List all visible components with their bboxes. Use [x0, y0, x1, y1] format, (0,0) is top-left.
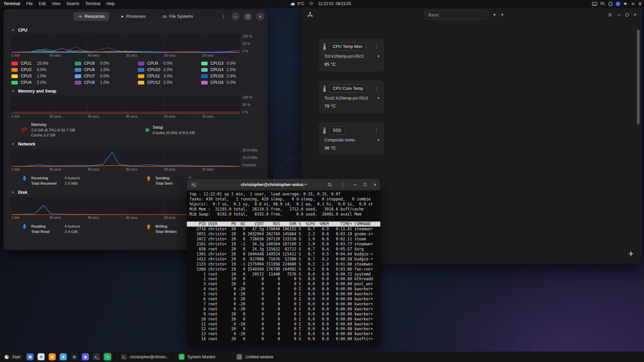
- y-axis-label: 0 %: [243, 50, 260, 53]
- memory-section-header[interactable]: ▼ Memory and Swap: [11, 88, 260, 94]
- y-axis-label: 0 %: [243, 111, 260, 114]
- menu-kebab-button[interactable]: ⋮: [220, 14, 227, 19]
- network-chart-y-axis: 20.0 KiB/s 10.0 KiB/s 0 bytes/s: [240, 149, 260, 167]
- minimize-button[interactable]: –: [618, 12, 621, 18]
- search-icon[interactable]: [327, 182, 332, 187]
- menu-item[interactable]: Terminal: [82, 0, 103, 7]
- sensor-card-title[interactable]: CPU Core Temp: [329, 84, 367, 93]
- card-menu-button[interactable]: ⋮: [373, 44, 380, 49]
- sensor-card[interactable]: SSD ⋮ Composite nvme- ▼ 36 °C: [319, 123, 384, 155]
- cpu-legend-item[interactable]: CPU14 2.0%: [201, 67, 260, 72]
- network-chart: [11, 149, 240, 167]
- firefox-launcher-icon[interactable]: ◉: [49, 353, 56, 360]
- clock[interactable]: 12:22:02 08/11/25: [318, 1, 351, 6]
- panel-overflow-icon[interactable]: ≣: [638, 2, 642, 6]
- sensor-source-selector[interactable]: Composite nvme- ▼: [323, 138, 380, 142]
- close-button[interactable]: ×: [256, 12, 264, 20]
- taskbar-window-button[interactable]: >_ christopher@christo...: [116, 352, 174, 362]
- discord-tray-icon[interactable]: [616, 2, 620, 6]
- cpu-legend-item[interactable]: CPU4 2.0%: [11, 80, 70, 85]
- cpu-legend-item[interactable]: CPU16 0.0%: [201, 80, 260, 85]
- menu-kebab-button[interactable]: ⋮: [339, 182, 346, 187]
- cpu-legend-item[interactable]: CPU12 2.0%: [138, 80, 197, 85]
- cpu-usage-value: 0.0%: [227, 80, 236, 85]
- cpu-section: ▼ CPU 100 % 50 % 0 % 1 min50 secs40 secs…: [11, 27, 260, 85]
- steam-tray-icon[interactable]: [608, 2, 613, 6]
- sensor-card[interactable]: CPU Temp Mon ⋮ Tctl k10temp-pci-00c3 ▼ 8…: [319, 39, 384, 71]
- files-launcher-icon[interactable]: ▦: [26, 353, 34, 360]
- taskbar-window-button[interactable]: ≈ System Monitor: [174, 352, 232, 362]
- maximize-button[interactable]: [626, 13, 629, 16]
- cpu-legend-item[interactable]: CPU3 1.0%: [11, 74, 70, 78]
- terminal-launcher-icon[interactable]: >_: [93, 353, 100, 360]
- discord-launcher-icon[interactable]: ◉: [82, 353, 89, 360]
- tab-file-systems[interactable]: File Systems: [158, 12, 198, 21]
- card-menu-button[interactable]: ⋮: [373, 128, 380, 133]
- sensor-card-title[interactable]: CPU Temp Mon: [329, 43, 366, 51]
- minimize-button[interactable]: –: [231, 12, 239, 20]
- volume-icon[interactable]: [623, 1, 628, 6]
- profile-input[interactable]: Basic: [425, 10, 488, 19]
- scrollbar-thumb[interactable]: [637, 30, 640, 124]
- weather-indicator[interactable]: 5°C: [290, 1, 304, 6]
- cpu-legend-item[interactable]: CPU1 15.0%: [11, 61, 70, 66]
- cpu-color-swatch: [75, 68, 81, 72]
- system-monitor-headerbar: Resources ▶ Processes File Systems ⋮ –: [3, 9, 268, 24]
- cpu-legend-item[interactable]: CPU6 1.0%: [75, 67, 133, 72]
- sensor-source-selector[interactable]: Tccd1 k10temp-pci-00c3 ▼: [323, 96, 380, 101]
- cpu-legend-item[interactable]: CPU15 2.9%: [201, 74, 260, 78]
- menu-item[interactable]: Edit: [36, 0, 49, 7]
- download-arrow-icon: [21, 224, 28, 230]
- menu-item[interactable]: File: [23, 0, 36, 7]
- menu-item[interactable]: Terminal: [1, 0, 23, 7]
- cpu-legend-item[interactable]: CPU9 0.0%: [138, 61, 197, 66]
- cpu-legend-item[interactable]: CPU7 0.0%: [75, 74, 133, 78]
- shield-launcher-icon[interactable]: ◈: [60, 353, 67, 360]
- menu-item[interactable]: Help: [103, 0, 118, 7]
- power-button[interactable]: [309, 1, 313, 6]
- menu-item[interactable]: Search: [63, 0, 82, 7]
- close-button[interactable]: ×: [634, 12, 637, 18]
- cpu-name: CPU16: [211, 80, 227, 85]
- sensor-source-selector[interactable]: Tctl k10temp-pci-00c3 ▼: [323, 54, 380, 59]
- maximize-button[interactable]: [364, 183, 367, 186]
- network-section-header[interactable]: ▼ Network: [11, 141, 260, 146]
- network-icon[interactable]: [631, 2, 635, 6]
- menu-item[interactable]: View: [49, 0, 63, 7]
- profile-name: Basic: [428, 12, 439, 17]
- keyboard-icon[interactable]: [592, 2, 597, 6]
- card-menu-button[interactable]: ⋮: [373, 86, 380, 91]
- upload-arrow-icon: [146, 224, 152, 230]
- cpu-legend-item[interactable]: CPU8 1.0%: [75, 80, 133, 85]
- close-button[interactable]: ×: [374, 182, 376, 187]
- software-center-launcher-icon[interactable]: ◆: [38, 353, 45, 360]
- cpu-legend-item[interactable]: CPU10 2.0%: [138, 67, 197, 72]
- cpu-legend-item[interactable]: CPU5 0.0%: [75, 61, 133, 66]
- terminal-output[interactable]: top - 12:22:01 up 2 min, 1 user, load av…: [187, 190, 380, 346]
- cpu-legend-item[interactable]: CPU2 0.0%: [11, 67, 70, 72]
- sensor-card[interactable]: CPU Core Temp ⋮ Tccd1 k10temp-pci-00c3 ▼…: [319, 81, 384, 113]
- steam-launcher-icon[interactable]: ◎: [71, 353, 78, 360]
- add-profile-button[interactable]: +: [501, 12, 504, 18]
- cpu-legend-item[interactable]: CPU13 0.0%: [201, 61, 260, 66]
- tab-resources[interactable]: Resources: [73, 12, 109, 21]
- terminal-tab-icon[interactable]: >_: [191, 182, 197, 187]
- maximize-button[interactable]: [244, 12, 252, 20]
- start-button[interactable]: Start: [0, 352, 24, 362]
- writing-label: Writing: [155, 224, 186, 229]
- tab-processes[interactable]: ▶ Processes: [117, 12, 150, 21]
- taskbar-window-button[interactable]: ▢ Untitled window: [232, 352, 289, 362]
- minimize-button[interactable]: –: [354, 182, 357, 188]
- y-axis-label: 100 %: [243, 96, 260, 99]
- sensor-source: Tccd1 k10temp-pci-00c3: [324, 96, 368, 101]
- cpu-section-header[interactable]: ▼ CPU: [11, 27, 260, 33]
- add-card-button[interactable]: +: [628, 249, 634, 258]
- x-axis-label: 10 secs: [202, 115, 213, 118]
- sensor-card-title[interactable]: SSD: [329, 126, 345, 134]
- cpu-usage-value: 2.0%: [163, 67, 172, 72]
- system-monitor-launcher-icon[interactable]: ≈: [104, 353, 111, 360]
- settings-gear-icon[interactable]: [607, 12, 612, 17]
- profile-dropdown-chevron-icon[interactable]: ▼: [493, 13, 496, 17]
- keyboard-layout-indicator[interactable]: PL: [600, 1, 605, 6]
- cpu-legend-item[interactable]: CPU11 3.0%: [138, 74, 197, 78]
